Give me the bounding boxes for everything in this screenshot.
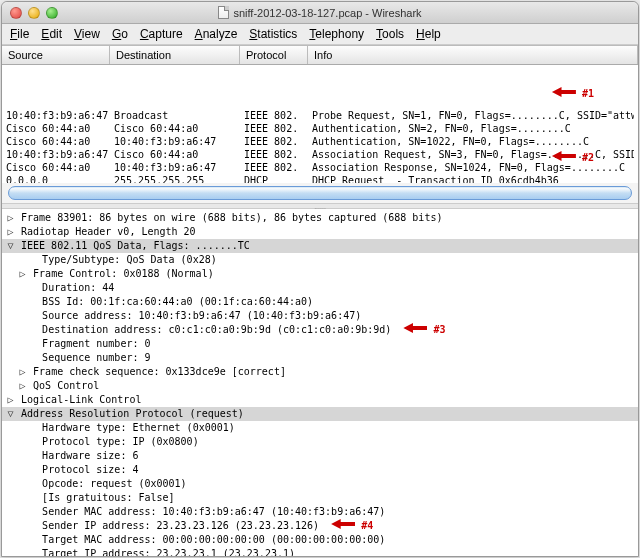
tree-row[interactable]: ▽ IEEE 802.11 QoS Data, Flags: .......TC	[2, 239, 638, 253]
col-source[interactable]: Source	[2, 46, 110, 64]
tree-row[interactable]: Hardware type: Ethernet (0x0001)	[2, 421, 638, 435]
tree-row[interactable]: Protocol type: IP (0x0800)	[2, 435, 638, 449]
arrow-left-icon	[552, 151, 576, 161]
tree-row[interactable]: ▷ Frame Control: 0x0188 (Normal)	[2, 267, 638, 281]
h-scrollbar[interactable]	[8, 186, 632, 200]
packet-list-header[interactable]: Source Destination Protocol Info	[2, 45, 638, 65]
tree-row[interactable]: Sender MAC address: 10:40:f3:b9:a6:47 (1…	[2, 505, 638, 519]
menubar[interactable]: FileEditViewGoCaptureAnalyzeStatisticsTe…	[2, 24, 638, 45]
disclosure-triangle-icon[interactable]: ▷	[18, 267, 27, 281]
packet-details-tree[interactable]: ▷ Frame 83901: 86 bytes on wire (688 bit…	[2, 209, 638, 556]
menu-telephony[interactable]: Telephony	[309, 27, 364, 41]
menu-help[interactable]: Help	[416, 27, 441, 41]
tree-row[interactable]: Protocol size: 4	[2, 463, 638, 477]
window-title: sniff-2012-03-18-127.pcap - Wireshark	[2, 6, 638, 19]
menu-file[interactable]: File	[10, 27, 29, 41]
disclosure-triangle-icon[interactable]: ▽	[6, 239, 15, 253]
packet-list[interactable]: #1 #2 10:40:f3:b9:a6:47BroadcastIEEE 802…	[2, 65, 638, 183]
arrow-left-icon	[331, 519, 355, 529]
titlebar[interactable]: sniff-2012-03-18-127.pcap - Wireshark	[2, 2, 638, 24]
close-icon[interactable]	[10, 7, 22, 19]
annotation-a3: #3	[403, 324, 445, 335]
menu-analyze[interactable]: Analyze	[195, 27, 238, 41]
tree-row[interactable]: BSS Id: 00:1f:ca:60:44:a0 (00:1f:ca:60:4…	[2, 295, 638, 309]
document-icon	[218, 6, 229, 19]
tree-row[interactable]: ▷ Radiotap Header v0, Length 20	[2, 225, 638, 239]
menu-view[interactable]: View	[74, 27, 100, 41]
packet-row[interactable]: 10:40:f3:b9:a6:47BroadcastIEEE 802.Probe…	[2, 109, 638, 122]
window-title-text: sniff-2012-03-18-127.pcap - Wireshark	[233, 7, 421, 19]
tree-row[interactable]: Sender IP address: 23.23.23.126 (23.23.2…	[2, 519, 638, 533]
tree-row[interactable]: [Is gratuitous: False]	[2, 491, 638, 505]
disclosure-triangle-icon[interactable]: ▷	[18, 365, 27, 379]
arrow-left-icon	[403, 323, 427, 333]
arrow-left-icon	[552, 87, 576, 97]
tree-row[interactable]: ▷ Logical-Link Control	[2, 393, 638, 407]
menu-tools[interactable]: Tools	[376, 27, 404, 41]
tree-row[interactable]: Fragment number: 0	[2, 337, 638, 351]
annotation-2: #2	[552, 151, 594, 163]
traffic-lights	[10, 7, 58, 19]
packet-row[interactable]: Cisco_60:44:a010:40:f3:b9:a6:47IEEE 802.…	[2, 161, 638, 174]
minimize-icon[interactable]	[28, 7, 40, 19]
tree-row[interactable]: ▷ Frame check sequence: 0x133dce9e [corr…	[2, 365, 638, 379]
zoom-icon[interactable]	[46, 7, 58, 19]
col-destination[interactable]: Destination	[110, 46, 240, 64]
packet-row[interactable]: Cisco_60:44:a0Cisco_60:44:a0IEEE 802.Aut…	[2, 122, 638, 135]
menu-edit[interactable]: Edit	[41, 27, 62, 41]
tree-row[interactable]: Source address: 10:40:f3:b9:a6:47 (10:40…	[2, 309, 638, 323]
disclosure-triangle-icon[interactable]: ▷	[18, 379, 27, 393]
tree-row[interactable]: ▷ Frame 83901: 86 bytes on wire (688 bit…	[2, 211, 638, 225]
tree-row[interactable]: Opcode: request (0x0001)	[2, 477, 638, 491]
disclosure-triangle-icon[interactable]: ▽	[6, 407, 15, 421]
menu-go[interactable]: Go	[112, 27, 128, 41]
col-protocol[interactable]: Protocol	[240, 46, 308, 64]
tree-row[interactable]: Sequence number: 9	[2, 351, 638, 365]
disclosure-triangle-icon[interactable]: ▷	[6, 225, 15, 239]
col-info[interactable]: Info	[308, 46, 638, 64]
packet-row[interactable]: Cisco_60:44:a010:40:f3:b9:a6:47IEEE 802.…	[2, 135, 638, 148]
tree-row[interactable]: Target IP address: 23.23.23.1 (23.23.23.…	[2, 547, 638, 556]
packet-row[interactable]: 0.0.0.0255.255.255.255DHCPDHCP Request -…	[2, 174, 638, 183]
tree-row[interactable]: ▷ QoS Control	[2, 379, 638, 393]
tree-row[interactable]: Target MAC address: 00:00:00:00:00:00 (0…	[2, 533, 638, 547]
tree-row[interactable]: Destination address: c0:c1:c0:a0:9b:9d (…	[2, 323, 638, 337]
menu-capture[interactable]: Capture	[140, 27, 183, 41]
tree-row[interactable]: Duration: 44	[2, 281, 638, 295]
disclosure-triangle-icon[interactable]: ▷	[6, 393, 15, 407]
annotation-1: #1	[552, 87, 594, 99]
app-window: sniff-2012-03-18-127.pcap - Wireshark Fi…	[1, 1, 639, 557]
packet-row[interactable]: 10:40:f3:b9:a6:47Cisco_60:44:a0IEEE 802.…	[2, 148, 638, 161]
menu-statistics[interactable]: Statistics	[249, 27, 297, 41]
annotation-a4: #4	[331, 520, 373, 531]
tree-row[interactable]: Hardware size: 6	[2, 449, 638, 463]
tree-row[interactable]: Type/Subtype: QoS Data (0x28)	[2, 253, 638, 267]
tree-row[interactable]: ▽ Address Resolution Protocol (request)	[2, 407, 638, 421]
disclosure-triangle-icon[interactable]: ▷	[6, 211, 15, 225]
